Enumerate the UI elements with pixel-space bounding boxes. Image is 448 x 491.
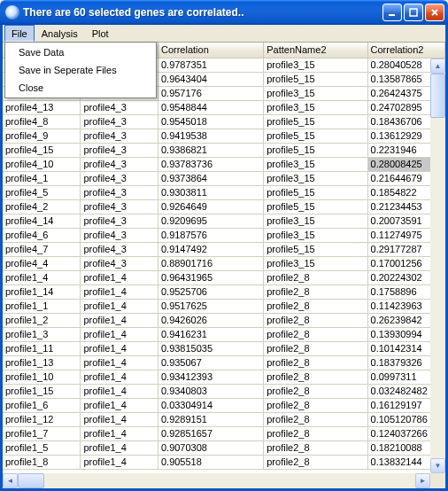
table-cell[interactable]: profile1_5 — [3, 441, 81, 456]
table-cell[interactable]: profile1_4 — [81, 399, 158, 413]
table-cell[interactable]: profile5_15 — [264, 200, 367, 214]
table-cell[interactable]: 0.88901716 — [158, 257, 264, 271]
table-cell[interactable]: profile2_8 — [264, 427, 367, 441]
table-cell[interactable]: profile4_7 — [3, 243, 81, 257]
table-cell[interactable]: profile4_1 — [3, 172, 81, 186]
table-cell[interactable]: profile4_5 — [3, 186, 81, 200]
table-cell[interactable]: profile4_14 — [3, 214, 81, 229]
minimize-button[interactable] — [382, 4, 402, 21]
table-cell[interactable]: profile4_2 — [3, 200, 81, 214]
table-cell[interactable]: 0.9340803 — [158, 385, 264, 399]
table-row[interactable]: profile4_5profile4_30.9303811profile5_15… — [3, 186, 445, 200]
table-cell[interactable]: 0.9545018 — [158, 115, 264, 129]
table-cell[interactable]: profile4_13 — [3, 101, 81, 115]
table-cell[interactable]: 0.9070308 — [158, 441, 264, 456]
table-row[interactable]: profile4_7profile4_30.9147492profile5_15… — [3, 243, 445, 257]
table-cell[interactable]: profile4_4 — [3, 257, 81, 271]
table-cell[interactable]: profile5_15 — [264, 186, 367, 200]
table-cell[interactable]: 0.957176 — [158, 87, 264, 101]
table-cell[interactable]: profile1_4 — [81, 271, 158, 285]
table-cell[interactable]: 0.9525706 — [158, 285, 264, 300]
col-header-pattenname2[interactable]: PattenName2 — [264, 43, 367, 58]
titlebar[interactable]: There are 60 selected genes are correlat… — [0, 0, 448, 25]
table-row[interactable]: profile1_10profile1_40.93412393profile2_… — [3, 370, 445, 385]
table-row[interactable]: profile1_2profile1_40.9426026profile2_80… — [3, 314, 445, 328]
table-cell[interactable]: profile4_3 — [81, 158, 158, 172]
h-scroll-track[interactable] — [18, 473, 415, 488]
table-cell[interactable]: profile4_3 — [81, 214, 158, 229]
table-cell[interactable]: profile1_2 — [3, 314, 81, 328]
table-cell[interactable]: profile4_3 — [81, 115, 158, 129]
table-cell[interactable]: profile3_15 — [264, 257, 367, 271]
table-cell[interactable]: profile1_4 — [81, 285, 158, 300]
table-cell[interactable]: 0.9264649 — [158, 200, 264, 214]
table-cell[interactable]: profile1_4 — [81, 427, 158, 441]
table-row[interactable]: profile1_6profile1_40.03304914profile2_8… — [3, 399, 445, 413]
table-row[interactable]: profile1_15profile1_40.9340803profile2_8… — [3, 385, 445, 399]
table-cell[interactable]: profile3_15 — [264, 101, 367, 115]
close-button[interactable] — [425, 4, 444, 21]
table-cell[interactable]: 0.905518 — [158, 456, 264, 470]
table-cell[interactable]: profile1_4 — [81, 441, 158, 456]
table-cell[interactable]: 0.9426026 — [158, 314, 264, 328]
table-cell[interactable]: profile1_4 — [81, 314, 158, 328]
table-cell[interactable]: profile1_4 — [81, 413, 158, 427]
table-cell[interactable]: profile2_8 — [264, 300, 367, 314]
file-save-separate[interactable]: Save in Seperate Files — [6, 61, 155, 79]
scroll-down-button[interactable]: ▼ — [430, 458, 445, 473]
table-cell[interactable]: 0.9147492 — [158, 243, 264, 257]
file-close[interactable]: Close — [6, 79, 155, 97]
table-cell[interactable]: 0.93815035 — [158, 342, 264, 356]
vertical-scrollbar[interactable]: ▲ ▼ — [430, 58, 445, 473]
table-row[interactable]: profile1_7profile1_40.92851657profile2_8… — [3, 427, 445, 441]
menu-file[interactable]: File — [4, 25, 35, 42]
table-cell[interactable]: profile1_8 — [3, 456, 81, 470]
table-cell[interactable]: profile2_8 — [264, 285, 367, 300]
table-row[interactable]: profile4_13profile4_30.9548844profile3_1… — [3, 101, 445, 115]
v-scroll-track[interactable] — [430, 74, 445, 458]
table-cell[interactable]: profile2_8 — [264, 314, 367, 328]
table-cell[interactable]: profile1_4 — [81, 385, 158, 399]
table-cell[interactable]: 0.9787351 — [158, 58, 264, 73]
table-row[interactable]: profile1_14profile1_40.9525706profile2_8… — [3, 285, 445, 300]
table-cell[interactable]: profile2_8 — [264, 271, 367, 285]
table-cell[interactable]: profile4_3 — [81, 186, 158, 200]
table-cell[interactable]: profile1_12 — [3, 413, 81, 427]
table-cell[interactable]: profile1_4 — [81, 300, 158, 314]
table-cell[interactable]: profile1_14 — [3, 285, 81, 300]
table-cell[interactable]: profile4_9 — [3, 129, 81, 144]
table-cell[interactable]: profile4_10 — [3, 158, 81, 172]
table-cell[interactable]: profile4_6 — [3, 229, 81, 243]
table-cell[interactable]: profile4_15 — [3, 144, 81, 158]
table-cell[interactable]: profile2_8 — [264, 413, 367, 427]
table-cell[interactable]: 0.9209695 — [158, 214, 264, 229]
table-cell[interactable]: profile1_11 — [3, 342, 81, 356]
table-cell[interactable]: profile1_4 — [81, 328, 158, 342]
scroll-up-button[interactable]: ▲ — [430, 58, 445, 74]
menu-plot[interactable]: Plot — [85, 25, 116, 42]
table-cell[interactable]: profile1_3 — [3, 328, 81, 342]
table-cell[interactable]: profile3_15 — [264, 229, 367, 243]
v-scroll-thumb[interactable] — [430, 74, 445, 118]
table-row[interactable]: profile4_14profile4_30.9209695profile3_1… — [3, 214, 445, 229]
table-row[interactable]: profile1_4profile1_40.96431965profile2_8… — [3, 271, 445, 285]
table-cell[interactable]: 0.93783736 — [158, 158, 264, 172]
table-cell[interactable]: profile1_4 — [81, 370, 158, 385]
maximize-button[interactable] — [404, 4, 423, 21]
table-cell[interactable]: profile1_6 — [3, 399, 81, 413]
table-cell[interactable]: profile4_3 — [81, 200, 158, 214]
table-cell[interactable]: profile4_3 — [81, 243, 158, 257]
table-cell[interactable]: profile3_15 — [264, 158, 367, 172]
table-cell[interactable]: profile3_15 — [264, 172, 367, 186]
table-cell[interactable]: profile1_4 — [81, 456, 158, 470]
table-row[interactable]: profile4_15profile4_30.9386821profile5_1… — [3, 144, 445, 158]
table-row[interactable]: profile4_10profile4_30.93783736profile3_… — [3, 158, 445, 172]
table-cell[interactable]: profile1_1 — [3, 300, 81, 314]
table-cell[interactable]: 0.92851657 — [158, 427, 264, 441]
table-cell[interactable]: 0.935067 — [158, 356, 264, 370]
scroll-left-button[interactable]: ◄ — [3, 473, 18, 488]
table-cell[interactable]: profile4_8 — [3, 115, 81, 129]
table-cell[interactable]: 0.9419538 — [158, 129, 264, 144]
table-row[interactable]: profile4_8profile4_30.9545018profile5_15… — [3, 115, 445, 129]
table-cell[interactable]: 0.9386821 — [158, 144, 264, 158]
